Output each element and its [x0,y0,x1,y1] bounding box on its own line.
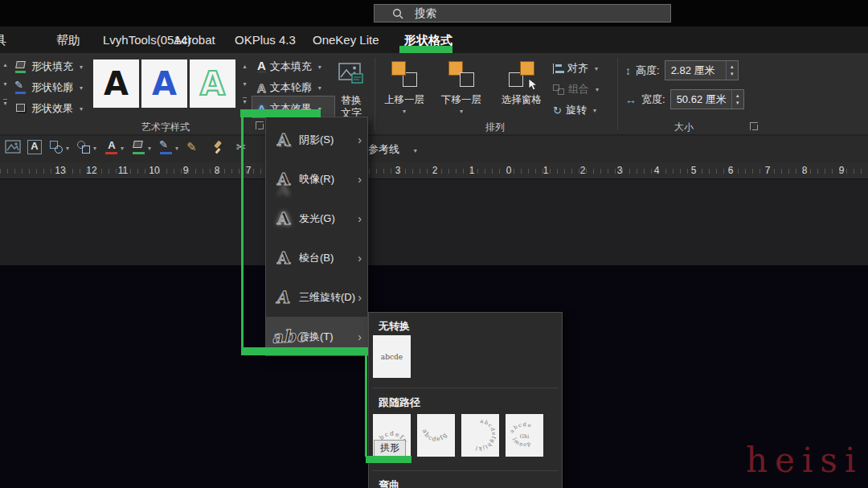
menu-item-shadow[interactable]: A 阴影(S) › [266,120,367,159]
size-dialog-launcher-icon[interactable] [750,122,758,130]
menu-item-onekey[interactable]: OneKey Lite [313,27,379,53]
bring-forward-button[interactable]: 上移一层 ▾ [378,56,431,130]
send-backward-button[interactable]: 下移一层 ▾ [435,56,488,130]
bring-forward-dropdown-icon[interactable]: ▾ [378,108,431,115]
insert-picture-icon[interactable] [5,140,21,158]
width-value: 50.62 厘米 [677,92,727,107]
text-outline-label: 文本轮廓 [270,80,312,95]
gallery-more-icon[interactable]: ▾ [0,96,10,111]
rotate-icon: ↻ [553,105,562,117]
wordart-more-icon[interactable]: ▾ [240,95,250,109]
text-fill-label: 文本填充 [270,59,312,74]
circle-letters: abcdefghijkl [474,418,497,452]
guides-button[interactable]: 参考线 ▾ [368,142,417,157]
glow-a-icon: A [272,208,296,228]
fill-color-icon[interactable]: ▾ [132,140,151,158]
horizontal-ruler[interactable]: 13 12 11 10 9 8 7 3 2 1 0 1 2 3 4 5 6 7 … [0,162,868,179]
ruler-number: 2 [432,165,438,176]
circle-tile[interactable]: abcdefghijkl [461,414,499,457]
ink-pen-icon[interactable]: ✎ [186,140,197,158]
wordart-group-label: 艺术字样式 [93,121,238,134]
wordart-letter: A [152,65,177,102]
text-outline-button[interactable]: A 文本轮廓 [257,79,321,96]
shape-outline-button[interactable]: ✎ 形状轮廓 [14,79,83,96]
format-painter-icon[interactable] [211,140,225,158]
group-label: 组合 [568,82,589,96]
height-icon: ↕ [625,64,631,77]
button-tile[interactable]: abcde Ghi lmnop [506,414,543,457]
wordart-style-tile-1[interactable]: A [93,59,139,108]
annotation-right-line [365,355,367,457]
send-backward-label: 下移一层 [435,93,488,107]
submenu-arrow-icon: › [358,252,362,265]
rotate-button[interactable]: ↻ 旋转 [553,101,596,119]
text-box-icon[interactable]: A [27,140,42,158]
ruler-number: 3 [617,165,623,176]
svg-text:abcdefg: abcdefg [421,428,449,443]
align-button[interactable]: 对齐 [553,59,598,77]
width-icon: ↔ [625,93,637,106]
outline-color-icon[interactable]: ✎ ▾ [159,140,178,158]
edit-shape-icon[interactable]: ▾ [77,140,96,158]
menu-item-bevel[interactable]: A 棱台(B) › [266,238,367,277]
guides-label: 参考线 [368,143,399,155]
menu-item-reflection[interactable]: A 映像(R) › [266,159,367,199]
wordart-scroll-up-icon[interactable]: ▴ [240,59,250,74]
arch-down-letters: abcdefg [421,428,449,443]
menu-item-okplus[interactable]: OKPlus 4.3 [235,27,296,53]
width-input[interactable]: 50.62 厘米 ▲▼ [670,89,744,109]
ruler-number: 4 [654,165,660,176]
submenu-divider [372,470,559,471]
annotation-left-line [241,117,244,351]
gallery-scroll-down-icon[interactable]: ▾ [0,77,10,92]
bring-forward-icon [390,59,419,88]
width-spinner[interactable]: ▲▼ [731,90,743,109]
menu-item-glow[interactable]: A 发光(G) › [266,199,367,238]
wordart-scroll-down-icon[interactable]: ▾ [240,77,250,92]
wordart-letter: A [200,65,225,102]
slide-canvas[interactable] [0,179,868,265]
menu-item-partial[interactable]: 具 [0,27,6,53]
wordart-dialog-launcher-icon[interactable] [256,121,264,129]
rotation-3d-a-icon: A [270,287,297,307]
alt-text-icon [338,63,364,85]
font-color-icon[interactable]: A ▾ [104,140,124,158]
svg-text:abcde: abcde [509,421,534,434]
ruler-number: 12 [86,165,96,176]
height-spinner[interactable]: ▲▼ [726,61,738,80]
transform-abc-icon: abc [271,326,296,347]
height-value: 2.82 厘米 [671,64,715,78]
no-transform-header: 无转换 [379,319,410,334]
send-backward-dropdown-icon[interactable]: ▾ [435,108,488,115]
text-fill-icon: A [257,60,266,73]
menu-item-label: 三维旋转(D) [299,290,358,305]
merge-shapes-icon[interactable]: ▾ [50,140,69,158]
height-input[interactable]: 2.82 厘米 ▲▼ [665,60,739,80]
menu-item-3d-rotation[interactable]: A 三维旋转(D) › [266,277,367,317]
guides-dropdown-icon[interactable]: ▾ [414,147,417,154]
svg-text:abcdefghijkl: abcdefghijkl [474,418,497,452]
submenu-arrow-icon: › [358,173,362,186]
shadow-a-icon: A [272,129,296,150]
selection-pane-button[interactable]: 选择窗格 [492,56,551,130]
arch-down-tile[interactable]: abcdefg [417,414,455,457]
menu-item-acrobat[interactable]: Acrobat [174,27,215,53]
menu-item-help[interactable]: 帮助 [56,27,80,53]
no-transform-tile[interactable]: abcde [373,335,411,378]
wordart-style-tile-2[interactable]: A [141,59,187,108]
wordart-letter: A [104,65,129,102]
shape-fill-button[interactable]: 形状填充 [14,58,83,76]
search-placeholder: 搜索 [415,6,436,21]
wordart-style-tile-3[interactable]: A [190,59,235,108]
shape-effects-button[interactable]: 形状效果 [14,100,83,117]
ruler-number: 8 [215,165,220,176]
app-window: 搜索 具 帮助 LvyhTools(0514) Acrobat OKPlus 4… [0,0,868,488]
ruler-number: 7 [246,165,252,176]
search-input[interactable]: 搜索 [374,4,671,23]
text-fill-button[interactable]: A 文本填充 [257,58,321,76]
ruler-number: 9 [183,165,189,176]
watermark-text: heisi [746,441,862,480]
shape-fill-icon [14,60,27,73]
gallery-scroll-up-icon[interactable]: ▴ [0,58,10,72]
width-label: 宽度: [641,92,665,107]
